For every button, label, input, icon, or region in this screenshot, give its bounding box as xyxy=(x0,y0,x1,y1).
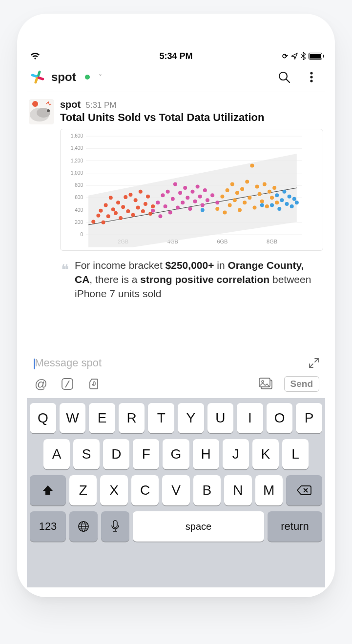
svg-point-99 xyxy=(250,164,254,168)
svg-point-57 xyxy=(141,209,145,213)
status-time: 5:34 PM xyxy=(27,51,325,61)
send-button[interactable]: Send xyxy=(284,376,319,392)
svg-point-101 xyxy=(255,185,259,189)
svg-point-44 xyxy=(109,196,113,200)
svg-point-53 xyxy=(131,213,135,217)
key-f[interactable]: F xyxy=(133,439,159,469)
svg-point-118 xyxy=(292,197,296,201)
svg-point-86 xyxy=(215,207,219,211)
app-header: spot ˅ xyxy=(27,64,325,92)
svg-point-108 xyxy=(272,186,276,190)
svg-point-70 xyxy=(173,182,177,186)
svg-point-95 xyxy=(240,187,244,191)
key-v[interactable]: V xyxy=(162,475,189,505)
chevron-down-icon[interactable]: ˅ xyxy=(99,73,102,81)
svg-point-92 xyxy=(233,198,237,202)
svg-point-115 xyxy=(285,202,289,206)
message-input[interactable] xyxy=(35,357,309,369)
svg-point-93 xyxy=(235,191,239,195)
key-l[interactable]: L xyxy=(282,439,309,469)
key-h[interactable]: H xyxy=(193,439,219,469)
svg-point-75 xyxy=(186,196,189,200)
key-c[interactable]: C xyxy=(131,475,159,505)
key-x[interactable]: X xyxy=(100,475,127,505)
expand-icon[interactable] xyxy=(309,358,319,368)
wifi-icon xyxy=(30,52,41,60)
key-a[interactable]: A xyxy=(43,439,70,469)
key-z[interactable]: Z xyxy=(69,475,97,505)
svg-point-39 xyxy=(96,214,100,218)
key-u[interactable]: U xyxy=(207,403,234,433)
svg-point-13 xyxy=(32,101,38,107)
svg-rect-130 xyxy=(113,521,117,527)
quote-icon: ❝ xyxy=(61,259,69,301)
dictation-key[interactable] xyxy=(101,511,129,542)
key-t[interactable]: T xyxy=(148,403,174,433)
svg-text:8GB: 8GB xyxy=(267,239,277,244)
message-list: spot 5:31 PM Total Units Sold vs Total D… xyxy=(27,92,325,301)
globe-key[interactable] xyxy=(69,511,98,542)
svg-point-77 xyxy=(190,190,194,194)
slash-command-icon[interactable] xyxy=(59,376,76,392)
search-icon[interactable] xyxy=(277,70,291,84)
svg-point-69 xyxy=(171,197,175,201)
svg-point-59 xyxy=(146,195,150,199)
svg-point-114 xyxy=(282,190,286,194)
svg-point-56 xyxy=(139,190,143,194)
svg-point-94 xyxy=(238,208,242,212)
message-time: 5:31 PM xyxy=(85,101,116,110)
key-j[interactable]: J xyxy=(223,439,249,469)
key-q[interactable]: Q xyxy=(30,403,56,433)
key-s[interactable]: S xyxy=(73,439,100,469)
key-o[interactable]: O xyxy=(267,403,293,433)
key-r[interactable]: R xyxy=(119,403,145,433)
svg-point-50 xyxy=(124,195,127,199)
svg-point-64 xyxy=(158,214,162,218)
svg-point-117 xyxy=(290,204,294,208)
return-key[interactable]: return xyxy=(268,511,322,542)
status-bar: 5:34 PM ⟳ xyxy=(27,48,325,64)
svg-point-67 xyxy=(166,190,170,194)
shift-key[interactable] xyxy=(30,475,66,505)
svg-text:1,000: 1,000 xyxy=(71,170,83,176)
chart[interactable]: 02004006008001,0001,2001,4001,6002GB4GB6… xyxy=(60,129,323,251)
key-k[interactable]: K xyxy=(252,439,279,469)
svg-point-107 xyxy=(270,196,274,200)
message-composer: | @ Send xyxy=(27,351,325,398)
key-p[interactable]: P xyxy=(296,403,322,433)
svg-point-47 xyxy=(116,201,120,204)
channel-name[interactable]: spot xyxy=(51,70,76,84)
svg-point-103 xyxy=(260,200,264,203)
more-icon[interactable] xyxy=(305,70,318,84)
svg-point-6 xyxy=(310,72,312,74)
key-w[interactable]: W xyxy=(60,403,86,433)
photo-icon[interactable] xyxy=(258,376,274,392)
svg-point-120 xyxy=(260,203,264,207)
svg-point-45 xyxy=(111,207,115,211)
backspace-key[interactable] xyxy=(286,475,322,505)
svg-point-55 xyxy=(136,205,140,209)
avatar[interactable] xyxy=(29,99,54,124)
key-y[interactable]: Y xyxy=(178,403,204,433)
attachment-icon[interactable] xyxy=(85,376,102,392)
svg-text:6GB: 6GB xyxy=(217,239,228,244)
svg-point-51 xyxy=(126,209,130,213)
numbers-key[interactable]: 123 xyxy=(30,511,66,542)
key-g[interactable]: G xyxy=(163,439,189,469)
svg-point-72 xyxy=(178,191,182,195)
key-n[interactable]: N xyxy=(224,475,251,505)
space-key[interactable]: space xyxy=(133,511,264,542)
svg-point-49 xyxy=(121,205,125,209)
key-i[interactable]: I xyxy=(237,403,263,433)
svg-point-106 xyxy=(268,190,271,194)
key-b[interactable]: B xyxy=(193,475,221,505)
key-m[interactable]: M xyxy=(255,475,283,505)
svg-point-76 xyxy=(188,207,192,211)
key-e[interactable]: E xyxy=(89,403,115,433)
mention-icon[interactable]: @ xyxy=(33,376,49,392)
svg-point-62 xyxy=(151,209,155,213)
presence-indicator-icon xyxy=(85,75,90,80)
message-author[interactable]: spot xyxy=(60,99,81,110)
key-d[interactable]: D xyxy=(103,439,129,469)
svg-point-104 xyxy=(263,182,267,186)
